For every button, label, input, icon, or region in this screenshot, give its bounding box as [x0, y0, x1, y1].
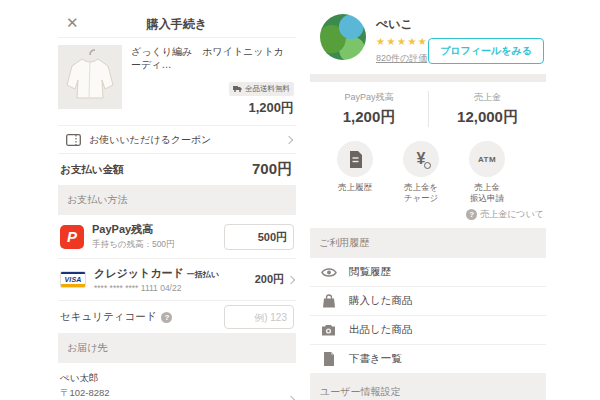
visa-icon: VISA [60, 271, 86, 288]
menu-item-browsing-history[interactable]: 閲覧履歴 [310, 258, 546, 287]
action-label: 売上金 振込申請 [454, 182, 520, 204]
payment-method-header: お支払い方法 [58, 185, 296, 215]
atm-glyph: ATM [478, 155, 496, 164]
action-label-line1: 売上履歴 [322, 182, 388, 193]
usage-history-header: ご利用履歴 [310, 228, 546, 258]
page-title: 購入手続き [58, 10, 296, 38]
avatar[interactable] [320, 14, 366, 60]
action-label: 売上金を チャージ [388, 182, 454, 204]
coupon-label: お使いいただけるクーポン [89, 133, 286, 147]
action-label-line2: 振込申請 [454, 193, 520, 204]
postal-code: 〒102-8282 [60, 386, 288, 400]
address-header: お届け先 [58, 333, 296, 363]
profile-row: ぺいこ ★★★★★ 820件の評価 プロフィールをみる [310, 10, 546, 68]
coupon-icon [66, 134, 81, 146]
atm-icon: ATM [469, 141, 505, 177]
help-icon: ? [466, 209, 477, 220]
security-code-input[interactable] [224, 305, 294, 329]
bag-icon [320, 293, 337, 310]
action-label-line1: 売上金を [388, 182, 454, 193]
menu-label: 出品した商品 [349, 323, 413, 337]
paypay-balance-note: 手持ちの残高：500円 [92, 239, 224, 251]
camera-icon [320, 322, 337, 339]
address-row[interactable]: ぺい太郎 〒102-8282 東京都 千代田区紀尾井町1-3 東京ガーデンテラス… [58, 363, 296, 400]
menu-label: 購入した商品 [349, 294, 413, 308]
user-settings-header: ユーザー情報設定 [310, 374, 546, 400]
screen: ✕ 購入手続き ざっくり編み ホワイトニットカーディ… [0, 0, 600, 400]
credit-card-type-note: 一括払い [187, 270, 219, 279]
product-price: 1,200円 [131, 99, 294, 117]
security-code-row: セキュリティコード ? [58, 301, 296, 333]
coupon-row[interactable]: お使いいただけるクーポン [58, 126, 296, 154]
menu-item-purchased-items[interactable]: 購入した商品 [310, 287, 546, 316]
credit-card-number: **** **** **** 1111 04/22 [94, 283, 255, 293]
star-rating: ★★★★★ [376, 36, 428, 47]
free-shipping-label: 全品送料無料 [245, 84, 290, 94]
action-label-line1: 売上金 [454, 182, 520, 193]
sales-history-button[interactable]: 売上履歴 [322, 141, 388, 204]
sales-help-link[interactable]: ?売上金について [310, 208, 546, 221]
sales-help-label: 売上金について [480, 209, 544, 219]
visa-icon-text: VISA [64, 276, 81, 283]
paypay-info: PayPay残高 手持ちの残高：500円 [84, 222, 224, 251]
paypay-balance-label: PayPay残高 [310, 91, 428, 104]
action-buttons: 売上履歴 ¥ 売上金を チャージ ATM 売上金 [310, 141, 546, 204]
balances: PayPay残高 1,200円 売上金 12,000円 [310, 82, 546, 137]
mypage-panel: ぺいこ ★★★★★ 820件の評価 プロフィールをみる PayPay残高 1,2… [310, 10, 546, 400]
sales-balance-summary: 売上金 12,000円 [428, 91, 546, 127]
eye-icon [320, 264, 337, 281]
chevron-right-icon [287, 396, 295, 400]
product-row[interactable]: ざっくり編み ホワイトニットカーディ… 全品送料無料 1,200円 [58, 38, 296, 126]
chevron-right-icon [285, 135, 293, 143]
profile-meta: ぺいこ ★★★★★ 820件の評価 [366, 14, 428, 68]
paypay-balance-value: 1,200円 [310, 108, 428, 127]
recipient-name: ぺい太郎 [60, 371, 288, 386]
yen-charge-icon: ¥ [403, 141, 439, 177]
credit-card-row[interactable]: VISA クレジットカード一括払い **** **** **** 1111 04… [58, 259, 296, 301]
credit-card-info: クレジットカード一括払い **** **** **** 1111 04/22 [86, 266, 255, 293]
action-label-line2: チャージ [388, 193, 454, 204]
charge-sales-button[interactable]: ¥ 売上金を チャージ [388, 141, 454, 204]
payment-amount-value: 700円 [252, 160, 292, 179]
credit-card-amount: 200円 [255, 272, 284, 287]
paypay-icon: P [60, 225, 84, 249]
view-profile-button[interactable]: プロフィールをみる [428, 38, 544, 64]
credit-card-name: クレジットカード一括払い [94, 266, 255, 281]
address-lines: ぺい太郎 〒102-8282 東京都 千代田区紀尾井町1-3 東京ガーデンテラス… [60, 371, 288, 400]
paypay-amount-input[interactable]: 500円 [224, 224, 294, 250]
paypay-name: PayPay残高 [92, 222, 224, 237]
paypay-balance-summary: PayPay残高 1,200円 [310, 91, 428, 127]
divider [310, 74, 546, 82]
menu-item-drafts[interactable]: 下書き一覧 [310, 345, 546, 374]
badge-row: 全品送料無料 [131, 78, 294, 96]
paypay-icon-letter: P [67, 228, 77, 245]
coin-dot-icon [424, 162, 431, 169]
payment-amount-row: お支払い金額 700円 [58, 154, 296, 185]
checkout-header: ✕ 購入手続き [58, 10, 296, 38]
transfer-request-button[interactable]: ATM 売上金 振込申請 [454, 141, 520, 204]
paypay-balance-row[interactable]: P PayPay残高 手持ちの残高：500円 500円 [58, 215, 296, 259]
product-title: ざっくり編み ホワイトニットカーディ… [131, 45, 294, 71]
user-name: ぺいこ [376, 16, 428, 33]
menu-label: 下書き一覧 [349, 352, 402, 366]
document-icon [337, 141, 373, 177]
draft-file-icon [320, 351, 337, 368]
free-shipping-badge: 全品送料無料 [229, 82, 294, 96]
truck-icon [233, 85, 242, 92]
credit-card-label: クレジットカード [94, 267, 184, 279]
menu-label: 閲覧履歴 [349, 265, 391, 279]
help-icon[interactable]: ? [161, 312, 172, 323]
close-icon[interactable]: ✕ [66, 14, 79, 32]
product-image [58, 45, 122, 109]
action-label: 売上履歴 [322, 182, 388, 193]
security-code-label: セキュリティコード [60, 310, 156, 324]
menu-item-listed-items[interactable]: 出品した商品 [310, 316, 546, 345]
rating-count-link[interactable]: 820件の評価 [376, 52, 427, 65]
sales-balance-label: 売上金 [429, 91, 546, 104]
payment-amount-label: お支払い金額 [60, 163, 252, 177]
chevron-right-icon [287, 275, 295, 283]
sales-balance-value: 12,000円 [429, 108, 546, 127]
product-info: ざっくり編み ホワイトニットカーディ… 全品送料無料 1,200円 [122, 45, 294, 117]
checkout-panel: ✕ 購入手続き ざっくり編み ホワイトニットカーディ… [58, 10, 296, 400]
